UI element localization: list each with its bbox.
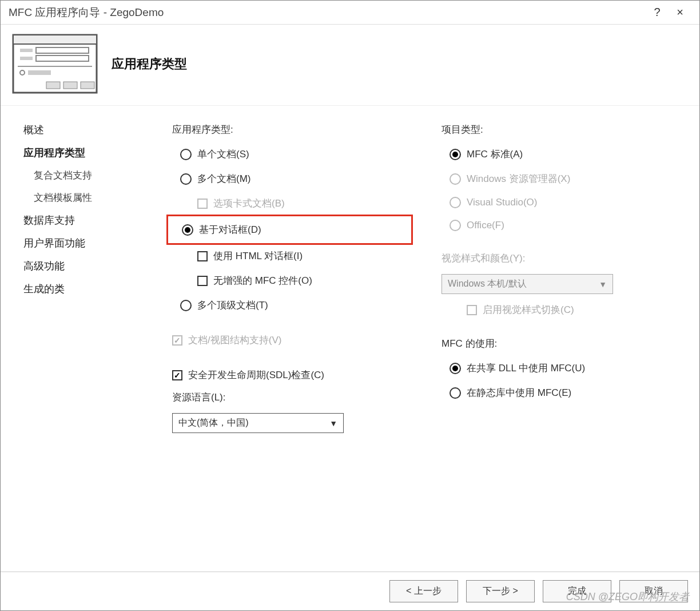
header: 应用程序类型 [1, 25, 699, 106]
radio-icon [450, 173, 461, 185]
footer: < 上一步 下一步 > 完成 取消 [1, 572, 699, 610]
visual-style-select: Windows 本机/默认 ▼ [442, 274, 613, 294]
next-button[interactable]: 下一步 > [466, 580, 535, 602]
radio-multi-top[interactable]: 多个顶级文档(T) [172, 296, 407, 314]
res-lang-label: 资源语言(L): [172, 391, 407, 404]
chevron-down-icon: ▼ [599, 280, 607, 289]
sidebar-item-compound-doc[interactable]: 复合文档支持 [23, 169, 149, 182]
svg-rect-8 [28, 70, 51, 75]
svg-rect-4 [20, 57, 33, 60]
prev-button[interactable]: < 上一步 [389, 580, 458, 602]
sidebar: 概述 应用程序类型 复合文档支持 文档模板属性 数据库支持 用户界面功能 高级功… [23, 123, 149, 560]
check-label: 选项卡式文档(B) [213, 197, 285, 210]
radio-office: Office(F) [442, 217, 677, 233]
radio-dialog-based[interactable]: 基于对话框(D) [174, 221, 405, 239]
select-value: 中文(简体，中国) [178, 417, 249, 429]
cancel-button[interactable]: 取消 [619, 580, 688, 602]
project-type-label: 项目类型: [442, 123, 677, 136]
finish-button[interactable]: 完成 [543, 580, 611, 602]
radio-label: 基于对话框(D) [199, 223, 261, 236]
radio-icon [450, 220, 461, 231]
check-label: 文档/视图结构支持(V) [188, 334, 281, 347]
checkbox-icon [172, 335, 182, 346]
radio-label: Office(F) [467, 220, 504, 231]
visual-style-label: 视觉样式和颜色(Y): [442, 252, 677, 265]
titlebar: MFC 应用程序向导 - ZegoDemo ? × [1, 1, 699, 25]
select-value: Windows 本机/默认 [448, 278, 527, 290]
checkbox-icon [197, 251, 208, 261]
radio-win-explorer: Windows 资源管理器(X) [442, 170, 677, 188]
radio-label: 在静态库中使用 MFC(E) [467, 386, 571, 399]
checkbox-icon [197, 199, 208, 209]
wizard-icon [12, 34, 98, 94]
radio-mfc-standard[interactable]: MFC 标准(A) [442, 145, 677, 163]
radio-icon [450, 149, 461, 160]
radio-label: Windows 资源管理器(X) [467, 172, 570, 185]
content-area: 概述 应用程序类型 复合文档支持 文档模板属性 数据库支持 用户界面功能 高级功… [1, 106, 699, 572]
res-lang-select[interactable]: 中文(简体，中国) ▼ [172, 413, 344, 433]
sidebar-item-app-type[interactable]: 应用程序类型 [23, 146, 149, 160]
check-label: 安全开发生命周期(SDL)检查(C) [188, 368, 324, 382]
help-button[interactable]: ? [646, 6, 669, 19]
check-use-html[interactable]: 使用 HTML 对话框(I) [172, 247, 407, 265]
radio-static-lib[interactable]: 在静态库中使用 MFC(E) [442, 384, 677, 402]
right-column: 项目类型: MFC 标准(A) Windows 资源管理器(X) Visual … [442, 123, 677, 560]
sidebar-item-doc-template[interactable]: 文档模板属性 [23, 191, 149, 204]
wizard-window: MFC 应用程序向导 - ZegoDemo ? × 应用程序类型 [0, 0, 700, 611]
mfc-usage-label: MFC 的使用: [442, 337, 677, 350]
svg-rect-9 [46, 82, 60, 89]
radio-icon [180, 300, 192, 311]
radio-label: 多个文档(M) [197, 172, 250, 185]
radio-label: 在共享 DLL 中使用 MFC(U) [467, 362, 585, 375]
radio-icon [450, 363, 461, 374]
check-doc-view: 文档/视图结构支持(V) [172, 331, 407, 349]
check-no-enhanced[interactable]: 无增强的 MFC 控件(O) [172, 272, 407, 289]
main-panel: 应用程序类型: 单个文档(S) 多个文档(M) 选项卡式文档(B) 基于 [172, 123, 677, 560]
check-label: 使用 HTML 对话框(I) [213, 249, 303, 263]
svg-rect-1 [13, 35, 97, 44]
checkbox-icon [172, 370, 182, 380]
sidebar-item-gen-classes[interactable]: 生成的类 [23, 282, 149, 296]
radio-icon [182, 224, 193, 236]
svg-rect-11 [81, 82, 94, 89]
close-button[interactable]: × [669, 6, 691, 19]
check-enable-switch: 启用视觉样式切换(C) [442, 301, 677, 319]
radio-single-doc[interactable]: 单个文档(S) [172, 145, 407, 163]
radio-icon [450, 197, 461, 208]
radio-multi-doc[interactable]: 多个文档(M) [172, 170, 407, 188]
svg-rect-2 [20, 49, 33, 52]
check-tabbed-doc: 选项卡式文档(B) [172, 195, 407, 212]
svg-rect-6 [18, 66, 92, 67]
page-title: 应用程序类型 [112, 55, 187, 73]
chevron-down-icon: ▼ [329, 419, 337, 428]
radio-icon [180, 149, 192, 160]
radio-visual-studio: Visual Studio(O) [442, 195, 677, 211]
app-type-label: 应用程序类型: [172, 123, 407, 136]
radio-icon [180, 173, 192, 185]
radio-label: 单个文档(S) [197, 148, 249, 161]
radio-label: Visual Studio(O) [467, 197, 537, 208]
svg-rect-10 [63, 82, 77, 89]
check-label: 启用视觉样式切换(C) [483, 303, 574, 316]
left-column: 应用程序类型: 单个文档(S) 多个文档(M) 选项卡式文档(B) 基于 [172, 123, 407, 560]
sidebar-item-advanced[interactable]: 高级功能 [23, 259, 149, 273]
sidebar-item-overview[interactable]: 概述 [23, 123, 149, 137]
radio-label: MFC 标准(A) [467, 148, 523, 161]
sidebar-item-db-support[interactable]: 数据库支持 [23, 213, 149, 227]
check-label: 无增强的 MFC 控件(O) [213, 274, 312, 287]
highlight-dialog-based: 基于对话框(D) [166, 215, 413, 245]
radio-label: 多个顶级文档(T) [197, 299, 268, 312]
radio-icon [450, 387, 461, 399]
window-title: MFC 应用程序向导 - ZegoDemo [9, 5, 646, 20]
radio-shared-dll[interactable]: 在共享 DLL 中使用 MFC(U) [442, 359, 677, 377]
checkbox-icon [467, 305, 477, 315]
checkbox-icon [197, 276, 208, 286]
sidebar-item-ui-features[interactable]: 用户界面功能 [23, 236, 149, 250]
check-sdl[interactable]: 安全开发生命周期(SDL)检查(C) [172, 366, 407, 384]
